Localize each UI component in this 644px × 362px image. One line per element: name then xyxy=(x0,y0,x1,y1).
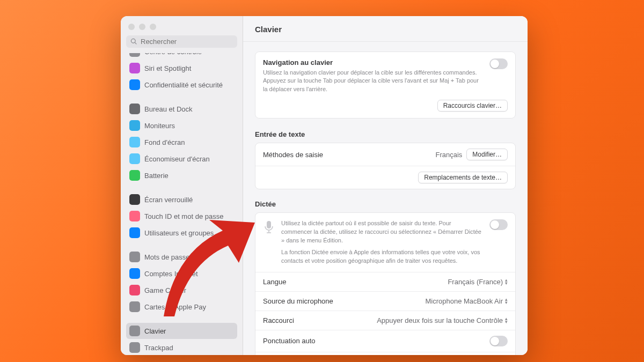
sidebar-item-icon xyxy=(129,104,140,114)
settings-window: Centre de contrôleSiri et SpotlightConfi… xyxy=(121,16,528,355)
sidebar-item-label: Confidentialité et sécurité xyxy=(144,81,223,89)
sidebar-item-icon xyxy=(129,285,140,295)
modify-button[interactable]: Modifier… xyxy=(466,149,508,160)
auto-punctuation-label: Ponctuation auto xyxy=(263,337,316,345)
input-methods-row: Méthodes de saisie Français Modifier… xyxy=(255,143,515,166)
chevron-updown-icon: ▴▾ xyxy=(505,278,508,285)
sidebar-item[interactable]: Centre de contrôle xyxy=(126,53,237,60)
chevron-updown-icon: ▴▾ xyxy=(505,298,508,305)
sidebar-item-icon xyxy=(129,194,140,205)
input-methods-value: Français xyxy=(435,151,462,159)
keyboard-nav-title: Navigation au clavier xyxy=(263,58,483,67)
search-input[interactable] xyxy=(141,38,233,46)
auto-punctuation-row: Ponctuation auto xyxy=(255,330,515,352)
sidebar-item-label: Siri et Spotlight xyxy=(144,64,191,72)
keyboard-nav-toggle[interactable] xyxy=(489,58,508,69)
dictation-language-row[interactable]: Langue Français (France) ▴▾ xyxy=(255,272,515,292)
sidebar-item-icon xyxy=(129,252,140,262)
text-entry-title: Entrée de texte xyxy=(255,130,516,138)
sidebar-item-icon xyxy=(129,170,140,181)
sidebar-item-label: Trackpad xyxy=(144,344,173,352)
main-body[interactable]: Navigation au clavier Utilisez la naviga… xyxy=(243,42,528,355)
sidebar-item[interactable]: Bureau et Dock xyxy=(126,101,237,117)
sidebar-item-label: Fond d'écran xyxy=(144,138,185,146)
sidebar-item[interactable]: Utilisateurs et groupes xyxy=(126,225,237,241)
dictation-shortcut-row[interactable]: Raccourci Appuyer deux fois sur la touch… xyxy=(255,311,515,330)
dictation-privacy-row: Dictée et confidentialité… xyxy=(255,352,515,355)
sidebar-item-label: Centre de contrôle xyxy=(144,53,202,56)
window-controls[interactable] xyxy=(121,16,243,35)
dictation-title: Dictée xyxy=(255,200,516,208)
microphone-icon xyxy=(263,219,275,235)
dictation-toggle[interactable] xyxy=(489,219,508,230)
sidebar-item-label: Cartes et Apple Pay xyxy=(144,303,206,311)
sidebar-item-label: Bureau et Dock xyxy=(144,105,193,113)
sidebar-item[interactable]: Touch ID et mot de passe xyxy=(126,208,237,224)
sidebar-item-icon xyxy=(129,79,140,90)
sidebar-item-icon xyxy=(129,342,140,353)
dictation-language-label: Langue xyxy=(263,278,286,286)
search-field[interactable] xyxy=(126,35,237,48)
dictation-info-row: Utilisez la dictée partout où il est pos… xyxy=(255,213,515,272)
sidebar-item-label: Économiseur d'écran xyxy=(144,155,210,163)
sidebar-item[interactable]: Mots de passe xyxy=(126,249,237,265)
sidebar-item-label: Game Center xyxy=(144,286,186,294)
keyboard-shortcuts-button[interactable]: Raccourcis clavier… xyxy=(437,100,508,112)
sidebar-item[interactable]: Comptes Internet xyxy=(126,265,237,282)
sidebar-item-label: Clavier xyxy=(144,327,166,335)
dictation-card: Utilisez la dictée partout où il est pos… xyxy=(255,212,516,355)
sidebar-item-icon xyxy=(129,120,140,131)
minimize-icon[interactable] xyxy=(139,24,145,30)
chevron-updown-icon: ▴▾ xyxy=(505,317,508,324)
input-methods-label: Méthodes de saisie xyxy=(263,151,323,159)
mic-source-value[interactable]: Microphone MacBook Air ▴▾ xyxy=(425,297,508,305)
dictation-desc-2: La fonction Dictée envoie à Apple des in… xyxy=(281,248,483,265)
sidebar-item-label: Batterie xyxy=(144,172,169,180)
sidebar-item[interactable]: Game Center xyxy=(126,282,237,298)
close-icon[interactable] xyxy=(128,24,135,30)
text-entry-card: Méthodes de saisie Français Modifier… Re… xyxy=(255,143,516,189)
sidebar: Centre de contrôleSiri et SpotlightConfi… xyxy=(121,16,243,355)
keyboard-nav-desc: Utilisez la navigation clavier pour dépl… xyxy=(263,69,483,93)
sidebar-item[interactable]: Batterie xyxy=(126,167,237,183)
sidebar-item[interactable]: Clavier xyxy=(126,323,237,339)
sidebar-item[interactable]: Écran verrouillé xyxy=(126,191,237,208)
sidebar-item[interactable]: Cartes et Apple Pay xyxy=(126,299,237,315)
sidebar-item[interactable]: Confidentialité et sécurité xyxy=(126,77,237,93)
keyboard-nav-card: Navigation au clavier Utilisez la naviga… xyxy=(255,51,516,119)
mic-source-row[interactable]: Source du microphone Microphone MacBook … xyxy=(255,292,515,311)
svg-rect-0 xyxy=(267,221,271,228)
zoom-icon[interactable] xyxy=(150,24,156,30)
sidebar-item-icon xyxy=(129,326,140,336)
sidebar-item[interactable]: Fond d'écran xyxy=(126,134,237,150)
sidebar-list[interactable]: Centre de contrôleSiri et SpotlightConfi… xyxy=(121,53,243,355)
dictation-shortcut-label: Raccourci xyxy=(263,316,294,324)
sidebar-item-icon xyxy=(129,211,140,221)
text-replacements-button[interactable]: Remplacements de texte… xyxy=(418,172,508,183)
auto-punctuation-toggle[interactable] xyxy=(489,336,508,346)
sidebar-item-label: Moniteurs xyxy=(144,122,175,130)
sidebar-item-label: Touch ID et mot de passe xyxy=(144,212,223,220)
dictation-desc-1: Utilisez la dictée partout où il est pos… xyxy=(281,219,483,245)
sidebar-item-icon xyxy=(129,137,140,147)
search-icon xyxy=(130,38,137,45)
sidebar-item-icon xyxy=(129,63,140,73)
mic-source-label: Source du microphone xyxy=(263,297,333,305)
sidebar-item-icon xyxy=(129,153,140,164)
sidebar-item[interactable]: Siri et Spotlight xyxy=(126,60,237,76)
sidebar-item[interactable]: Trackpad xyxy=(126,339,237,355)
dictation-language-value[interactable]: Français (France) ▴▾ xyxy=(448,278,508,286)
sidebar-item[interactable]: Moniteurs xyxy=(126,117,237,134)
sidebar-item-label: Mots de passe xyxy=(144,253,190,261)
sidebar-item-icon xyxy=(129,227,140,238)
sidebar-item-icon xyxy=(129,301,140,312)
sidebar-item[interactable]: Économiseur d'écran xyxy=(126,151,237,167)
dictation-shortcut-value[interactable]: Appuyer deux fois sur la touche Contrôle… xyxy=(377,316,508,324)
sidebar-item-label: Écran verrouillé xyxy=(144,196,193,204)
sidebar-item-label: Comptes Internet xyxy=(144,270,198,278)
sidebar-item-icon xyxy=(129,268,140,279)
sidebar-item-icon xyxy=(129,53,140,57)
text-replacements-row: Remplacements de texte… xyxy=(255,166,515,189)
main-panel: Clavier Navigation au clavier Utilisez l… xyxy=(243,16,528,355)
page-title: Clavier xyxy=(243,16,528,42)
